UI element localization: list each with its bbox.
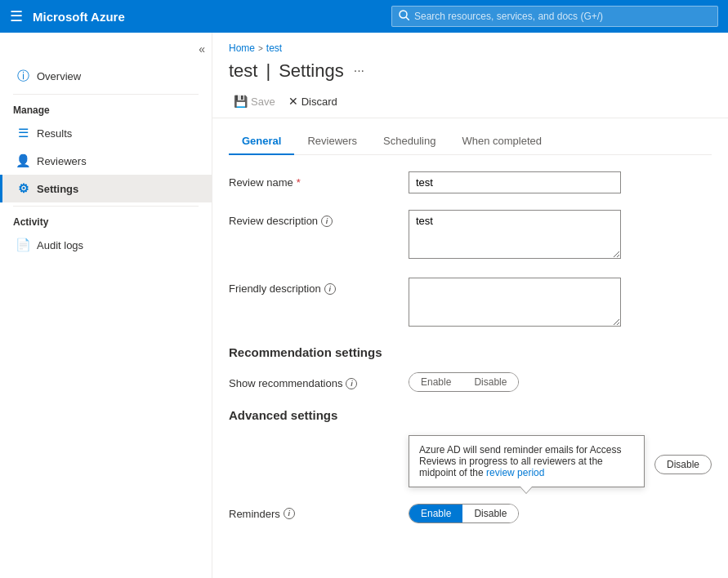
review-description-input-area: test — [409, 210, 621, 261]
disable-recommendations-button[interactable]: Disable — [462, 373, 518, 391]
sidebar-item-audit-logs[interactable]: 📄 Audit logs — [0, 231, 212, 259]
show-recommendations-info-icon[interactable]: i — [346, 378, 357, 389]
review-description-info-icon[interactable]: i — [321, 216, 333, 227]
manage-section-header: Manage — [0, 98, 212, 119]
tab-when-completed[interactable]: When completed — [449, 128, 555, 155]
show-recommendations-label: Show recommendations — [229, 377, 342, 389]
tab-general[interactable]: General — [229, 128, 294, 155]
discard-icon: ✕ — [288, 95, 298, 108]
app-title: Microsoft Azure — [33, 10, 125, 24]
search-bar[interactable] — [391, 6, 718, 27]
sidebar-item-reviewers[interactable]: 👤 Reviewers — [0, 147, 212, 175]
sidebar-item-settings-label: Settings — [37, 183, 78, 195]
breadcrumb: Home > test — [229, 42, 712, 54]
friendly-description-label-area: Friendly description i — [229, 278, 392, 295]
reminders-label: Reminders — [229, 508, 280, 520]
friendly-description-row: Friendly description i — [229, 278, 712, 329]
friendly-description-input-area — [409, 278, 621, 329]
svg-line-1 — [406, 17, 409, 20]
review-name-input-area — [409, 171, 621, 193]
advanced-callout-area: Azure AD will send reminder emails for A… — [409, 435, 712, 494]
review-name-row: Review name * — [229, 171, 712, 193]
callout-tooltip: Azure AD will send reminder emails for A… — [409, 435, 645, 487]
friendly-description-textarea[interactable] — [409, 278, 621, 327]
save-button[interactable]: 💾 Save — [229, 91, 280, 111]
settings-gear-icon: ⚙ — [16, 181, 30, 196]
page-subtitle: Settings — [279, 60, 344, 82]
page-title: test — [229, 60, 257, 82]
sidebar-item-results[interactable]: ☰ Results — [0, 119, 212, 147]
advanced-callout-row: Azure AD will send reminder emails for A… — [229, 435, 712, 494]
advanced-disable-button[interactable]: Disable — [654, 455, 712, 474]
sidebar-item-results-label: Results — [37, 127, 72, 140]
sidebar-item-overview[interactable]: ⓘ Overview — [0, 62, 212, 91]
tab-scheduling-label: Scheduling — [383, 135, 435, 147]
top-bar: ☰ Microsoft Azure — [0, 0, 728, 33]
sidebar-divider-activity — [13, 206, 199, 207]
content-area: General Reviewers Scheduling When comple… — [212, 118, 728, 578]
sidebar-item-audit-logs-label: Audit logs — [37, 239, 83, 251]
show-recommendations-row: Show recommendations i Enable Disable — [229, 372, 712, 392]
show-recommendations-toggle: Enable Disable — [409, 372, 519, 392]
sidebar-item-reviewers-label: Reviewers — [37, 155, 87, 167]
recommendation-settings-heading: Recommendation settings — [229, 345, 712, 359]
friendly-description-info-icon[interactable]: i — [324, 283, 336, 295]
review-name-input[interactable] — [409, 171, 621, 193]
enable-reminders-button[interactable]: Enable — [409, 505, 462, 522]
tab-general-label: General — [242, 135, 281, 147]
page-title-area: test | Settings ··· — [212, 54, 728, 82]
breadcrumb-area: Home > test — [212, 33, 728, 54]
reminders-row: Reminders i Enable Disable — [229, 504, 712, 523]
review-description-label-area: Review description i — [229, 210, 392, 227]
sidebar-item-settings[interactable]: ⚙ Settings — [0, 175, 212, 202]
sidebar-collapse-area: « — [0, 39, 212, 62]
main-container: « ⓘ Overview Manage ☰ Results 👤 Reviewer… — [0, 33, 728, 578]
tab-reviewers[interactable]: Reviewers — [294, 128, 370, 155]
page-content: Home > test test | Settings ··· 💾 Save ✕… — [212, 33, 728, 578]
reminders-info-icon[interactable]: i — [284, 508, 295, 519]
collapse-sidebar-button[interactable]: « — [199, 42, 205, 56]
reviewers-icon: 👤 — [16, 153, 30, 168]
required-indicator: * — [297, 176, 301, 189]
svg-point-0 — [400, 11, 407, 18]
review-description-row: Review description i test — [229, 210, 712, 261]
sidebar-divider-manage — [13, 94, 199, 95]
results-icon: ☰ — [16, 126, 30, 140]
sidebar: « ⓘ Overview Manage ☰ Results 👤 Reviewer… — [0, 33, 212, 578]
reminders-label-area: Reminders i — [229, 508, 392, 520]
advanced-settings-heading: Advanced settings — [229, 408, 712, 422]
tab-scheduling[interactable]: Scheduling — [370, 128, 449, 155]
breadcrumb-home[interactable]: Home — [229, 42, 255, 54]
toolbar: 💾 Save ✕ Discard — [212, 82, 728, 118]
breadcrumb-sep-1: > — [258, 44, 263, 53]
more-options-button[interactable]: ··· — [351, 62, 368, 80]
search-input[interactable] — [414, 11, 711, 22]
review-name-label: Review name — [229, 176, 293, 189]
tab-when-completed-label: When completed — [462, 135, 542, 147]
disable-reminders-button[interactable]: Disable — [462, 505, 518, 522]
review-description-textarea[interactable]: test — [409, 210, 621, 259]
page-title-sep: | — [266, 60, 270, 82]
callout-link[interactable]: review period — [486, 467, 544, 478]
discard-label: Discard — [301, 96, 337, 108]
sidebar-item-overview-label: Overview — [37, 70, 81, 82]
show-recommendations-label-area: Show recommendations i — [229, 372, 392, 389]
enable-recommendations-button[interactable]: Enable — [409, 373, 462, 391]
general-form: Review name * Review description i test — [229, 171, 712, 329]
info-icon: ⓘ — [16, 69, 30, 84]
hamburger-icon[interactable]: ☰ — [10, 7, 23, 25]
save-label: Save — [251, 96, 275, 108]
review-name-label-area: Review name * — [229, 171, 392, 189]
friendly-description-label: Friendly description — [229, 282, 321, 295]
search-icon — [399, 10, 409, 23]
discard-button[interactable]: ✕ Discard — [284, 91, 342, 111]
tabs: General Reviewers Scheduling When comple… — [229, 118, 712, 155]
reminders-toggle: Enable Disable — [409, 504, 519, 523]
breadcrumb-current: test — [266, 42, 282, 54]
activity-section-header: Activity — [0, 210, 212, 231]
audit-logs-icon: 📄 — [16, 238, 30, 252]
save-icon: 💾 — [234, 95, 248, 108]
tab-reviewers-label: Reviewers — [307, 135, 357, 147]
review-description-label: Review description — [229, 215, 318, 227]
